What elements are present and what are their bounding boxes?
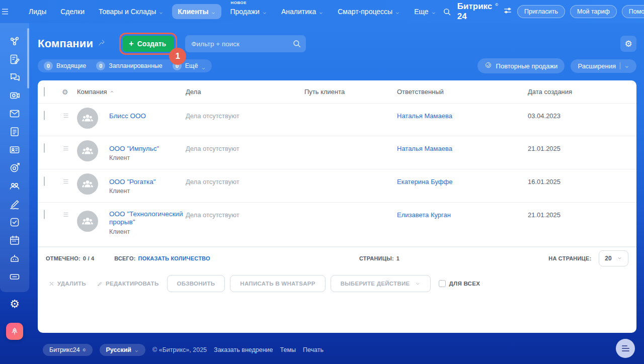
- row-checkbox[interactable]: [44, 210, 45, 219]
- edit-button[interactable]: РЕДАКТИРОВАТЬ: [94, 277, 162, 291]
- settings-gear-icon[interactable]: ⚙: [0, 299, 29, 310]
- row-menu-icon[interactable]: [62, 169, 77, 187]
- my-plan-button[interactable]: Мой тариф: [570, 5, 617, 18]
- responsible-link[interactable]: Екатерина Буффе: [397, 178, 452, 186]
- created-date: 03.04.2023: [528, 112, 560, 120]
- company-type-label: Клиент: [109, 154, 186, 161]
- sidebar-scrollbar[interactable]: [27, 28, 29, 88]
- column-activities[interactable]: Дела: [186, 88, 304, 96]
- company-link[interactable]: Блисс ООО: [109, 112, 146, 120]
- nav-sales[interactable]: НОВОЕПродажи: [224, 4, 272, 19]
- global-search-icon[interactable]: [442, 5, 452, 18]
- mail-icon[interactable]: [9, 108, 21, 120]
- per-page-group: НА СТРАНИЦЕ: 20: [548, 250, 628, 266]
- help-button[interactable]: Помощь: [622, 5, 644, 18]
- repeat-sales-button[interactable]: Повторные продажи: [477, 58, 565, 73]
- chevron-down-icon: [134, 348, 139, 352]
- nav-products[interactable]: Товары и Склады: [93, 4, 169, 19]
- client-journey-cell: [304, 169, 397, 177]
- sliders-icon[interactable]: [503, 6, 512, 17]
- company-avatar: [77, 140, 98, 161]
- column-settings-gear-icon[interactable]: ⚙: [62, 88, 68, 96]
- call-button[interactable]: ОБЗВОНИТЬ: [167, 275, 225, 292]
- counter-incoming[interactable]: 0 Входящие: [44, 61, 86, 70]
- row-menu-icon[interactable]: [62, 136, 77, 153]
- pagination-bar: ОТМЕЧЕНО: 0 / 4 ВСЕГО: ПОКАЗАТЬ КОЛИЧЕСТ…: [38, 247, 636, 269]
- company-link[interactable]: ООО "Рогатка": [109, 178, 156, 186]
- quick-menu-float-button[interactable]: [616, 339, 635, 358]
- nav-clients[interactable]: Клиенты: [172, 4, 221, 19]
- sign-icon[interactable]: [9, 198, 21, 210]
- language-selector[interactable]: Русский: [100, 344, 146, 356]
- nav-more[interactable]: Еще: [409, 4, 442, 19]
- show-count-link[interactable]: ПОКАЗАТЬ КОЛИЧЕСТВО: [138, 255, 210, 261]
- responsible-link[interactable]: Наталья Мамаева: [397, 112, 452, 120]
- bitrix24-logo[interactable]: Битрикс 24©: [457, 2, 498, 22]
- companies-panel: ⚙ Компания Дела Путь клиента Ответственн…: [38, 80, 636, 333]
- column-created-date[interactable]: Дата создания: [528, 88, 636, 96]
- chevron-down-icon: [158, 9, 164, 14]
- chevron-down-icon: [318, 9, 324, 14]
- sort-ascending-icon: [110, 88, 114, 96]
- counter-planned[interactable]: 0 Запланированные: [96, 61, 163, 70]
- messenger-icon[interactable]: [9, 71, 21, 83]
- select-all-checkbox[interactable]: [44, 87, 45, 97]
- row-menu-icon[interactable]: [62, 203, 77, 220]
- responsible-link[interactable]: Наталья Мамаева: [397, 145, 452, 152]
- per-page-select[interactable]: 20: [599, 250, 628, 266]
- nav-smart-processes[interactable]: Смарт-процессы: [332, 4, 406, 19]
- drive-icon[interactable]: [9, 270, 21, 283]
- video-calls-icon[interactable]: [9, 89, 21, 102]
- whatsapp-button[interactable]: НАПИСАТЬ В WHATSAPP: [230, 275, 325, 292]
- pin-icon[interactable]: [98, 39, 105, 48]
- page-settings-gear-button[interactable]: ⚙: [620, 36, 636, 52]
- column-responsible[interactable]: Ответственный: [397, 88, 528, 96]
- company-link[interactable]: ООО "Технологический прорыв": [109, 210, 186, 227]
- chevron-down-icon: [262, 9, 267, 14]
- crm-icon[interactable]: [9, 162, 21, 174]
- collaboration-icon[interactable]: [9, 35, 21, 47]
- rocket-button[interactable]: [6, 323, 23, 340]
- search-icon[interactable]: [292, 39, 301, 48]
- contact-center-icon[interactable]: [9, 144, 21, 156]
- company-link[interactable]: ООО "Импульс": [109, 145, 159, 153]
- delete-button[interactable]: УДАЛИТЬ: [46, 277, 89, 291]
- invite-button[interactable]: Пригласить: [517, 5, 565, 18]
- tasks-icon[interactable]: [9, 216, 21, 228]
- column-client-journey[interactable]: Путь клиента: [304, 88, 397, 96]
- documents-icon[interactable]: [9, 126, 21, 138]
- nav-analytics[interactable]: Аналитика: [276, 4, 329, 19]
- column-company[interactable]: Компания: [77, 88, 186, 96]
- calendar-icon[interactable]: [9, 234, 21, 246]
- for-all-checkbox[interactable]: [439, 280, 446, 287]
- extensions-button[interactable]: Расширения: [571, 59, 636, 73]
- responsible-link[interactable]: Елизавета Курган: [397, 211, 451, 219]
- row-checkbox[interactable]: [44, 143, 45, 153]
- copilot-icon[interactable]: [9, 252, 21, 264]
- brand-mark: ©: [495, 3, 498, 7]
- for-all-checkbox-group[interactable]: ДЛЯ ВСЕХ: [439, 280, 480, 287]
- chevron-down-icon: [211, 9, 216, 14]
- main-menu-icon[interactable]: [0, 8, 10, 16]
- print-link[interactable]: Печать: [303, 346, 324, 353]
- themes-link[interactable]: Темы: [280, 346, 296, 353]
- chevron-down-icon: [395, 9, 400, 14]
- row-menu-icon[interactable]: [62, 104, 77, 121]
- row-checkbox[interactable]: [44, 111, 45, 120]
- filter-search-input[interactable]: [185, 35, 306, 52]
- nav-leads[interactable]: Лиды: [23, 4, 52, 19]
- counter-badge: 0: [44, 61, 53, 70]
- nav-deals[interactable]: Сделки: [55, 4, 90, 19]
- order-implementation-link[interactable]: Заказать внедрение: [214, 346, 273, 353]
- table-row: Блисс ООО Дела отсутствуют Наталья Мамае…: [38, 104, 636, 136]
- team-icon[interactable]: [9, 180, 21, 192]
- company-type-label: Клиент: [109, 188, 186, 195]
- feed-icon[interactable]: [9, 53, 21, 65]
- create-button[interactable]: + Создать: [122, 36, 174, 52]
- top-navigation-bar: Лиды Сделки Товары и Склады Клиенты НОВО…: [0, 0, 644, 23]
- footer-bitrix-button[interactable]: Битрикс24©: [43, 344, 93, 356]
- create-button-group: + Создать 1: [122, 36, 174, 52]
- choose-action-dropdown[interactable]: ВЫБЕРИТЕ ДЕЙСТВИЕ: [331, 275, 431, 292]
- row-checkbox[interactable]: [44, 176, 45, 186]
- activities-status: Дела отсутствуют: [186, 178, 239, 186]
